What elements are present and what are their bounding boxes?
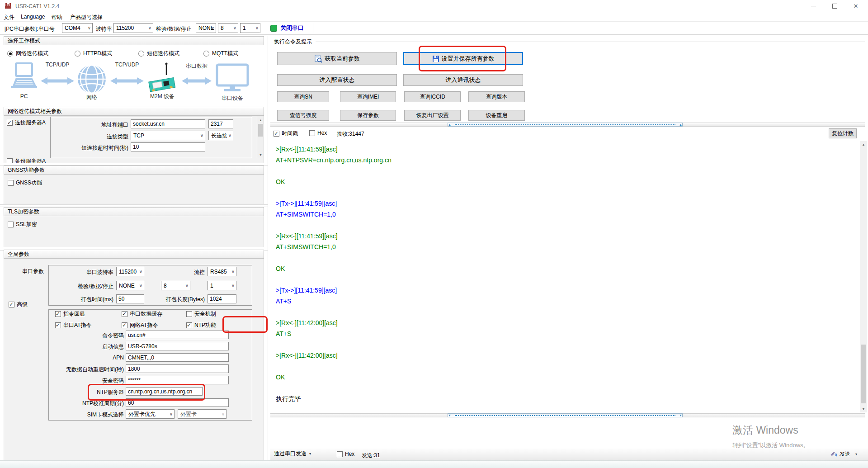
sim-mode-select[interactable]: 外置卡优先∨ bbox=[126, 409, 175, 419]
log-line: AT+NTPSVR=cn.ntp.org.cn,us.ntp.org.cn bbox=[276, 155, 860, 165]
log-top-splitter[interactable]: ▲▲ bbox=[270, 123, 865, 127]
log-hex-checkbox[interactable]: Hex bbox=[309, 130, 327, 136]
send-hex-checkbox[interactable]: Hex bbox=[337, 451, 354, 457]
no-data-restart-input[interactable]: 1800 bbox=[126, 364, 229, 373]
port-open-icon bbox=[270, 25, 277, 32]
server-a-checkbox[interactable]: 连接服务器A bbox=[7, 119, 46, 127]
scroll-up-icon[interactable]: ▲ bbox=[257, 118, 264, 122]
server-port-input[interactable]: 2317 bbox=[208, 119, 233, 128]
query-signal-button[interactable]: 查信号强度 bbox=[277, 110, 329, 121]
ntp-period-input[interactable]: 60 bbox=[126, 398, 229, 407]
splitter-handle[interactable]: ▲▲ bbox=[448, 123, 683, 127]
scroll-down-icon[interactable]: ▼ bbox=[257, 153, 264, 156]
serial-stopbits-select[interactable]: 1∨ bbox=[208, 281, 236, 290]
reset-count-button[interactable]: 复位计数 bbox=[829, 128, 857, 138]
radio-net-transparent-mode[interactable]: 网络透传模式 bbox=[7, 50, 48, 57]
pack-time-label: 打包时间(ms) bbox=[68, 296, 113, 303]
windows-activation-watermark: 激活 Windows 转到"设置"以激活 Windows。 bbox=[732, 423, 809, 449]
checkbox-icon bbox=[8, 180, 14, 186]
diagram-node-serial-device: 串口设备 bbox=[217, 95, 248, 102]
serial-baud-select[interactable]: 115200∨ bbox=[116, 267, 144, 276]
radio-sms-mode[interactable]: 短信透传模式 bbox=[138, 50, 179, 57]
gnss-checkbox[interactable]: GNSS功能 bbox=[8, 179, 42, 187]
send-via-serial-button[interactable]: 通过串口发送▾ bbox=[274, 450, 311, 458]
close-button[interactable]: ✕ bbox=[845, 0, 866, 12]
restore-icon bbox=[832, 4, 837, 9]
checkbox-icon bbox=[9, 302, 14, 307]
security-mechanism-checkbox[interactable]: 安全机制 bbox=[186, 310, 216, 318]
log-line: AT+SIMSWITCH=1,0 bbox=[276, 241, 860, 252]
cmd-password-label: 命令密码 bbox=[46, 332, 124, 340]
timestamp-checkbox[interactable]: 时间戳 bbox=[274, 130, 298, 137]
log-line bbox=[276, 339, 860, 350]
menu-file[interactable]: 文件 bbox=[4, 14, 14, 21]
pack-time-input[interactable]: 50 bbox=[116, 294, 144, 303]
radio-httpd-mode[interactable]: HTTPD模式 bbox=[75, 50, 112, 57]
com-port-select[interactable]: COM4∨ bbox=[62, 23, 93, 33]
save-params-button[interactable]: 保存参数 bbox=[340, 110, 396, 121]
stopbits-select[interactable]: 1∨ bbox=[240, 23, 260, 33]
log-output[interactable]: >[Rx<-][11:41:59][asc]AT+NTPSVR=cn.ntp.o… bbox=[270, 141, 860, 412]
conn-mode-select[interactable]: 长连接∨ bbox=[208, 131, 233, 140]
ntp-server-input[interactable]: cn.ntp.org.cn,us.ntp.org.cn bbox=[126, 387, 203, 396]
scroll-up-icon[interactable]: ▲ bbox=[860, 143, 867, 146]
doc-search-icon bbox=[314, 55, 322, 63]
query-version-button[interactable]: 查询版本 bbox=[468, 91, 525, 102]
serial-cache-checkbox[interactable]: 串口数据缓存 bbox=[122, 310, 162, 318]
send-button[interactable]: 发送 ▾ bbox=[827, 449, 860, 459]
splitter-handle[interactable]: ▼▼ bbox=[448, 413, 683, 417]
serial-line-label: 检验/数据/停止 bbox=[68, 283, 113, 290]
ssl-checkbox[interactable]: SSL加密 bbox=[8, 221, 37, 228]
serial-parity-select[interactable]: NONE∨ bbox=[116, 281, 144, 290]
cmd-echo-checkbox[interactable]: 指令回显 bbox=[55, 310, 85, 318]
serial-at-checkbox[interactable]: 串口AT指令 bbox=[55, 321, 91, 329]
conn-type-select[interactable]: TCP∨ bbox=[131, 131, 205, 140]
menu-bar: 文件 Language 帮助 产品型号选择 bbox=[0, 12, 868, 21]
log-line: >[Rx<-][11:41:59][asc] bbox=[276, 231, 860, 241]
serial-databits-select[interactable]: 8∨ bbox=[161, 281, 190, 290]
diagram-link-tcp1: TCP/UDP bbox=[38, 61, 77, 68]
factory-reset-button[interactable]: 恢复出厂设置 bbox=[404, 110, 461, 121]
log-scrollbar[interactable]: ▲ ▼ bbox=[860, 141, 867, 412]
ntp-function-checkbox[interactable]: NTP功能 bbox=[186, 321, 216, 329]
apn-input[interactable]: CMNET,,,0 bbox=[126, 353, 229, 362]
enter-comm-button[interactable]: 进入通讯状态 bbox=[403, 74, 523, 86]
net-params-header: 网络透传模式相关参数 bbox=[4, 107, 264, 116]
minimize-button[interactable] bbox=[803, 0, 824, 12]
pack-len-input[interactable]: 1024 bbox=[208, 294, 236, 303]
flow-select[interactable]: RS485∨ bbox=[208, 267, 236, 276]
menu-product-model[interactable]: 产品型号选择 bbox=[70, 14, 103, 21]
server-backup-checkbox[interactable]: 备份服务器A bbox=[7, 157, 46, 163]
get-params-button[interactable]: 获取当前参数 bbox=[277, 52, 397, 65]
net-params-scrollbar[interactable]: ▲ ▼ bbox=[257, 117, 264, 158]
short-timeout-input[interactable]: 10 bbox=[131, 142, 205, 151]
sim-mode-select-2[interactable]: 外置卡∨ bbox=[178, 409, 226, 419]
log-line: >[Rx<-][11:42:00][asc] bbox=[276, 317, 860, 328]
checkbox-icon bbox=[8, 222, 14, 227]
menu-language[interactable]: Language bbox=[21, 14, 45, 20]
advanced-checkbox[interactable]: 高级 bbox=[9, 301, 28, 308]
panel-divider[interactable] bbox=[268, 36, 268, 460]
close-port-button[interactable]: 关闭串口 bbox=[270, 23, 304, 33]
scroll-down-icon[interactable]: ▼ bbox=[860, 407, 867, 411]
query-sn-button[interactable]: 查询SN bbox=[277, 91, 329, 102]
security-password-input[interactable]: ****** bbox=[126, 376, 229, 384]
server-address-input[interactable]: socket.usr.cn bbox=[131, 119, 205, 128]
enter-config-button[interactable]: 进入配置状态 bbox=[277, 74, 397, 86]
log-bottom-splitter[interactable]: ▼▼ bbox=[270, 413, 865, 417]
cmd-password-input[interactable]: usr.cn# bbox=[126, 331, 229, 339]
radio-mqtt-mode[interactable]: MQTT模式 bbox=[203, 50, 238, 57]
log-line: AT+S bbox=[276, 296, 860, 307]
tls-body: SSL加密 bbox=[4, 216, 264, 247]
query-iccid-button[interactable]: 查询ICCID bbox=[404, 91, 461, 102]
restore-button[interactable] bbox=[824, 0, 845, 12]
databits-select[interactable]: 8∨ bbox=[218, 23, 238, 33]
boot-message-input[interactable]: USR-G780s bbox=[126, 342, 229, 350]
baud-select[interactable]: 115200∨ bbox=[113, 23, 153, 33]
set-save-params-button[interactable]: 设置并保存所有参数 bbox=[403, 52, 523, 65]
menu-help[interactable]: 帮助 bbox=[52, 14, 62, 21]
device-restart-button[interactable]: 设备重启 bbox=[468, 110, 525, 121]
parity-select[interactable]: NONE∨ bbox=[196, 23, 216, 33]
query-imei-button[interactable]: 查询IMEI bbox=[340, 91, 396, 102]
network-at-checkbox[interactable]: 网络AT指令 bbox=[122, 321, 158, 329]
